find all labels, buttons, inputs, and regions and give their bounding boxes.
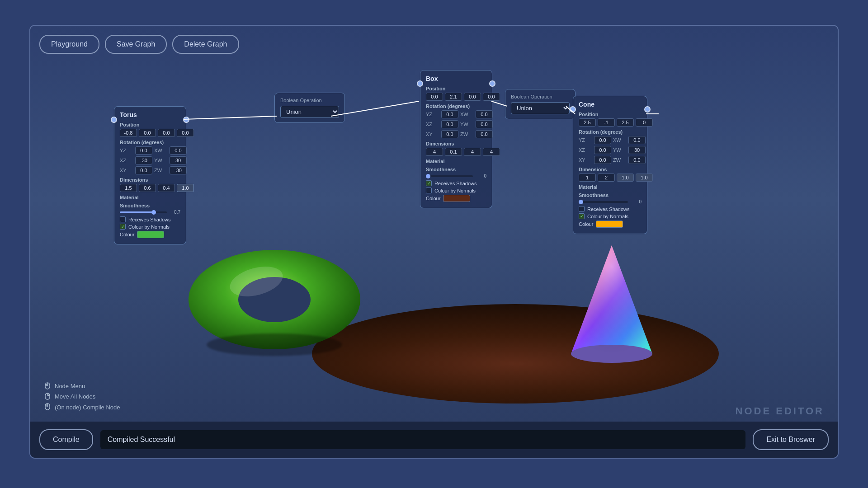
- help-row-1: Node Menu: [44, 381, 120, 391]
- torus-rot-xy[interactable]: [135, 166, 152, 174]
- cone-dim-4[interactable]: [636, 174, 653, 182]
- cone-colour-by-normals-checkbox[interactable]: ✓: [579, 213, 585, 219]
- torus-left-connector[interactable]: [111, 117, 117, 123]
- torus-smoothness-fill: [120, 211, 153, 213]
- torus-rot-zw[interactable]: [170, 166, 187, 174]
- box-receives-shadows-checkbox[interactable]: ✓: [426, 180, 432, 186]
- box-smoothness-track[interactable]: [426, 175, 473, 177]
- torus-dim-3[interactable]: [158, 184, 175, 192]
- cone-smoothness-thumb[interactable]: [579, 200, 583, 204]
- box-pos-z[interactable]: [464, 93, 481, 101]
- exit-button[interactable]: Exit to Broswer: [753, 429, 829, 450]
- cone-rot-yw[interactable]: [628, 146, 646, 154]
- box-dim-3[interactable]: [464, 148, 481, 156]
- bool-op-1-title: Boolean Operation: [280, 98, 339, 103]
- cone-rot-xy-row: XY ZW: [579, 156, 642, 164]
- box-dim-4[interactable]: [483, 148, 500, 156]
- box-rot-yw[interactable]: [476, 120, 493, 128]
- bool-op-2-select[interactable]: Union Intersection Difference: [511, 102, 570, 114]
- torus-receives-shadows-checkbox[interactable]: [120, 216, 126, 222]
- torus-smoothness-slider-row: 0.7: [120, 210, 180, 215]
- cone-pos-w[interactable]: [636, 118, 653, 127]
- box-rot-xy[interactable]: [441, 130, 458, 138]
- box-pos-w[interactable]: [483, 93, 500, 101]
- box-rot-yz[interactable]: [441, 110, 458, 118]
- box-pos-y[interactable]: [445, 93, 462, 101]
- torus-dim-4[interactable]: [177, 184, 194, 192]
- torus-smoothness-track[interactable]: [120, 211, 167, 213]
- cone-position-row: [579, 118, 642, 127]
- status-input[interactable]: [100, 430, 746, 449]
- torus-rot-xz[interactable]: [135, 156, 152, 164]
- playground-button[interactable]: Playground: [39, 35, 99, 54]
- cone-node-panel: Cone Position Rotation (degrees) YZ XW X…: [573, 96, 647, 234]
- box-dimensions-label: Dimensions: [426, 141, 486, 146]
- box-pos-x[interactable]: [426, 93, 443, 101]
- box-smoothness-thumb[interactable]: [426, 174, 430, 178]
- torus-pos-w[interactable]: [177, 129, 194, 137]
- box-rot-xw[interactable]: [476, 110, 493, 118]
- cone-dim-1[interactable]: [579, 174, 596, 182]
- boolean-op-1-panel: Boolean Operation Union Intersection Dif…: [274, 93, 345, 123]
- box-rot-yz-row: YZ XW: [426, 110, 486, 118]
- torus-rot-yz[interactable]: [135, 146, 152, 155]
- torus-rot-yw[interactable]: [170, 156, 187, 164]
- torus-dim-2[interactable]: [139, 184, 156, 192]
- mouse-icon-3: [44, 403, 51, 412]
- torus-smoothness-thumb[interactable]: [151, 210, 156, 215]
- box-colour-by-normals-checkbox[interactable]: [426, 188, 432, 193]
- box-colour-swatch[interactable]: [443, 195, 470, 202]
- svg-rect-20: [45, 404, 47, 407]
- box-rot-zw[interactable]: [476, 130, 493, 138]
- box-rot-xz[interactable]: [441, 120, 458, 128]
- torus-rot-xw[interactable]: [170, 146, 187, 155]
- torus-right-connector[interactable]: [183, 117, 189, 123]
- torus-pos-z[interactable]: [158, 129, 175, 137]
- cone-dim-3[interactable]: [617, 174, 634, 182]
- box-title: Box: [426, 75, 486, 82]
- torus-smoothness-label: Smoothness: [120, 203, 180, 208]
- cone-left-connector[interactable]: [570, 106, 576, 113]
- cone-smoothness-slider-row: 0: [579, 199, 642, 204]
- delete-graph-button[interactable]: Delete Graph: [172, 35, 239, 54]
- help-row-2: Move All Nodes: [44, 391, 120, 402]
- cone-pos-z[interactable]: [617, 118, 634, 127]
- help-text: Node Menu Move All Nodes (On node) Compi…: [44, 381, 120, 413]
- cone-smoothness-track[interactable]: [579, 201, 628, 203]
- torus-receives-shadows-row: Receives Shadows: [120, 216, 180, 222]
- svg-point-14: [45, 384, 47, 386]
- save-graph-button[interactable]: Save Graph: [105, 35, 167, 54]
- box-position-label: Position: [426, 86, 486, 91]
- torus-colour-row: Colour: [120, 231, 180, 238]
- cone-pos-x[interactable]: [579, 118, 596, 127]
- help-row-3: (On node) Compile Node: [44, 402, 120, 413]
- box-right-connector[interactable]: [489, 80, 495, 87]
- cone-rot-xy[interactable]: [594, 156, 611, 164]
- cone-receives-shadows-checkbox[interactable]: [579, 206, 585, 212]
- box-dim-1[interactable]: [426, 148, 443, 156]
- cone-right-connector[interactable]: [644, 106, 651, 113]
- cone-dim-2[interactable]: [598, 174, 615, 182]
- torus-pos-x[interactable]: [120, 129, 137, 137]
- cone-rot-zw[interactable]: [628, 156, 646, 164]
- cone-title: Cone: [579, 101, 642, 108]
- torus-dim-1[interactable]: [120, 184, 137, 192]
- viewport: Playground Save Graph Delete Graph Torus…: [30, 26, 838, 458]
- cone-rot-xz[interactable]: [594, 146, 611, 154]
- cone-colour-by-normals-label: Colour by Normals: [587, 214, 628, 219]
- torus-pos-y[interactable]: [139, 129, 156, 137]
- bool-op-1-select[interactable]: Union Intersection Difference: [280, 106, 339, 118]
- torus-smoothness-value: 0.7: [170, 210, 180, 215]
- torus-colour-by-normals-checkbox[interactable]: ✓: [120, 224, 126, 230]
- cone-colour-swatch[interactable]: [596, 221, 623, 228]
- compile-button[interactable]: Compile: [39, 429, 93, 450]
- cone-rot-xw[interactable]: [628, 136, 646, 144]
- cone-pos-y[interactable]: [598, 118, 615, 127]
- torus-rot-xz-row: XZ YW: [120, 156, 180, 164]
- torus-colour-by-normals-row: ✓ Colour by Normals: [120, 224, 180, 230]
- box-left-connector[interactable]: [417, 80, 423, 87]
- torus-xw-label: XW: [154, 148, 168, 153]
- torus-colour-swatch[interactable]: [137, 231, 164, 238]
- box-dim-2[interactable]: [445, 148, 462, 156]
- cone-rot-yz[interactable]: [594, 136, 611, 144]
